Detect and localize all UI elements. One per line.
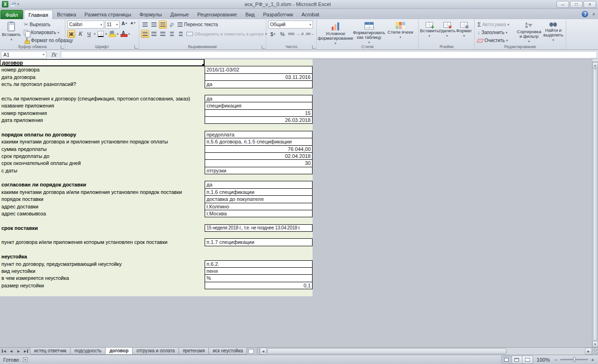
tab-data[interactable]: Данные [166, 10, 193, 19]
grow-font-button[interactable]: А▲ [121, 21, 128, 29]
maximize-button[interactable]: □ [570, 1, 583, 8]
cell-label[interactable]: пункт договора и/или приложения которым … [0, 239, 205, 246]
macro-record-button[interactable] [23, 357, 28, 362]
cell-value[interactable] [205, 124, 313, 131]
cell-value[interactable]: п.6.2. [205, 260, 313, 268]
format-cells-button[interactable]: Формат ▾ [456, 21, 472, 38]
cell-value[interactable]: 26.03.2018 [205, 116, 313, 124]
formula-input[interactable] [61, 51, 597, 58]
sheet-tab-isk-neustoyka[interactable]: иск неустойка [208, 348, 247, 355]
cell-value[interactable]: да [205, 80, 313, 88]
paste-dropdown-icon[interactable]: ▾ [10, 38, 12, 42]
bold-button[interactable]: Ж [67, 30, 75, 38]
tab-file[interactable]: Файл [0, 10, 23, 19]
fill-color-dropdown-icon[interactable]: ▾ [117, 32, 119, 36]
sheet-tab-pretenziya[interactable]: претензия [178, 348, 209, 355]
italic-button[interactable]: К [76, 30, 84, 38]
cell-value[interactable]: г.Колпино [205, 203, 313, 210]
insert-cells-button[interactable]: Вставить ▾ [420, 21, 438, 38]
increase-indent-button[interactable] [177, 30, 185, 38]
vertical-scrollbar[interactable]: ▲ ▼ [592, 59, 598, 347]
name-box[interactable]: A1 ▾ [1, 51, 47, 58]
underline-dropdown-icon[interactable]: ▾ [94, 32, 96, 36]
cell-label[interactable]: есть ли приложения к договору (специфика… [0, 95, 205, 102]
font-dialog-launcher[interactable] [135, 45, 138, 49]
zoom-track[interactable] [560, 359, 588, 360]
format-as-table-button[interactable]: Форматировать как таблицу ▾ [352, 21, 386, 45]
cell-value[interactable] [205, 217, 313, 224]
vertical-scroll-thumb[interactable] [593, 69, 598, 341]
cell-value[interactable]: 03.11.2016 [205, 73, 313, 81]
cell-label[interactable] [0, 174, 205, 181]
tab-review[interactable]: Рецензирование [193, 10, 241, 19]
cell-label[interactable] [0, 217, 205, 224]
cell-value[interactable] [205, 253, 313, 260]
cell-label[interactable]: вид неустойки [0, 268, 205, 275]
align-bottom-button[interactable] [159, 21, 167, 29]
sheet-tab-dogovor[interactable]: договор [105, 348, 133, 355]
cell-label[interactable] [0, 232, 205, 239]
cell-label[interactable]: адрес самовывоза [0, 210, 205, 217]
cell-label[interactable]: дата приложения [0, 117, 205, 124]
cell-label[interactable] [0, 246, 205, 253]
cell-label[interactable]: согласован ли порядок доставки [0, 181, 205, 188]
wrap-text-button[interactable]: Перенос текста [177, 21, 219, 29]
cell-label[interactable]: порядок оплаты по договору [0, 131, 205, 138]
tab-acrobat[interactable]: Acrobat [297, 10, 323, 19]
delete-cells-button[interactable]: Удалить ▾ [438, 21, 456, 38]
cell-label[interactable]: срок предоплаты до [0, 153, 205, 160]
accounting-format-button[interactable]: $ ▾ [268, 30, 278, 38]
cell-value[interactable]: % [205, 274, 313, 282]
name-box-dropdown-icon[interactable]: ▾ [43, 53, 44, 57]
sheet-tab-podsudnost[interactable]: подсудность [70, 348, 106, 355]
cell-value[interactable]: доставка до покупателя [205, 195, 313, 203]
cell-label[interactable]: номер договора [0, 66, 205, 73]
font-size-dropdown-icon[interactable]: ▾ [116, 23, 118, 27]
cell-value[interactable] [205, 246, 313, 253]
cell-value[interactable]: 2016/11-03/02 [205, 66, 313, 73]
cell-value[interactable] [205, 59, 313, 66]
excel-app-icon[interactable]: X [2, 1, 8, 7]
align-center-button[interactable] [150, 30, 158, 38]
cell-value[interactable]: пеня [205, 267, 313, 275]
cell-label[interactable]: порядок поставки [0, 196, 205, 203]
font-family-combo[interactable]: Calibri ▾ [67, 21, 104, 29]
last-sheet-button[interactable]: ▶ [22, 348, 30, 355]
first-sheet-button[interactable]: ◀ [0, 348, 7, 355]
cell-value[interactable] [205, 174, 313, 181]
close-button[interactable]: × [584, 1, 596, 8]
cell-value[interactable]: да [205, 95, 313, 102]
minimize-button[interactable]: – [556, 1, 569, 8]
font-color-button[interactable]: А [120, 30, 128, 38]
qat-dropdown-icon[interactable]: ▾ [17, 2, 19, 6]
zoom-thumb[interactable] [573, 357, 576, 362]
next-sheet-button[interactable]: ▶ [15, 348, 22, 355]
horizontal-scroll-thumb[interactable] [267, 348, 506, 354]
cell-label[interactable]: есть ли протокол разногласий? [0, 81, 205, 88]
increase-decimal-button[interactable]: ←,0 [296, 30, 304, 38]
cell-label[interactable]: пункт по договору, предусматривающий неу… [0, 261, 205, 268]
shrink-font-button[interactable]: А▼ [129, 21, 137, 29]
borders-button[interactable] [97, 30, 105, 38]
zoom-out-button[interactable]: − [554, 357, 558, 363]
zoom-level[interactable]: 100% [537, 357, 550, 363]
zoom-in-button[interactable]: + [591, 357, 595, 363]
cell-label[interactable]: в чем измеряется неустойка [0, 275, 205, 282]
cell-label[interactable]: срок поставки [0, 225, 205, 232]
scroll-right-button[interactable]: ▶ [585, 348, 592, 355]
cell-value[interactable]: 15 [205, 109, 313, 117]
align-left-button[interactable] [141, 30, 149, 38]
cell-label[interactable] [0, 88, 205, 95]
resize-grip[interactable] [592, 348, 598, 355]
find-select-button[interactable]: Найти и выделить ▾ [543, 21, 564, 44]
cell-value[interactable] [205, 232, 313, 239]
active-cell[interactable]: договор [0, 59, 205, 66]
clear-button[interactable]: Очистить ▾ [477, 36, 515, 44]
insert-worksheet-button[interactable] [247, 348, 256, 355]
borders-dropdown-icon[interactable]: ▾ [106, 32, 107, 36]
cell-label[interactable]: номер приложения [0, 110, 205, 117]
tab-formulas[interactable]: Формулы [135, 10, 166, 19]
help-icon[interactable]: ? [582, 11, 588, 17]
tab-page-layout[interactable]: Разметка страницы [80, 10, 135, 19]
tab-view[interactable]: Вид [241, 10, 259, 19]
